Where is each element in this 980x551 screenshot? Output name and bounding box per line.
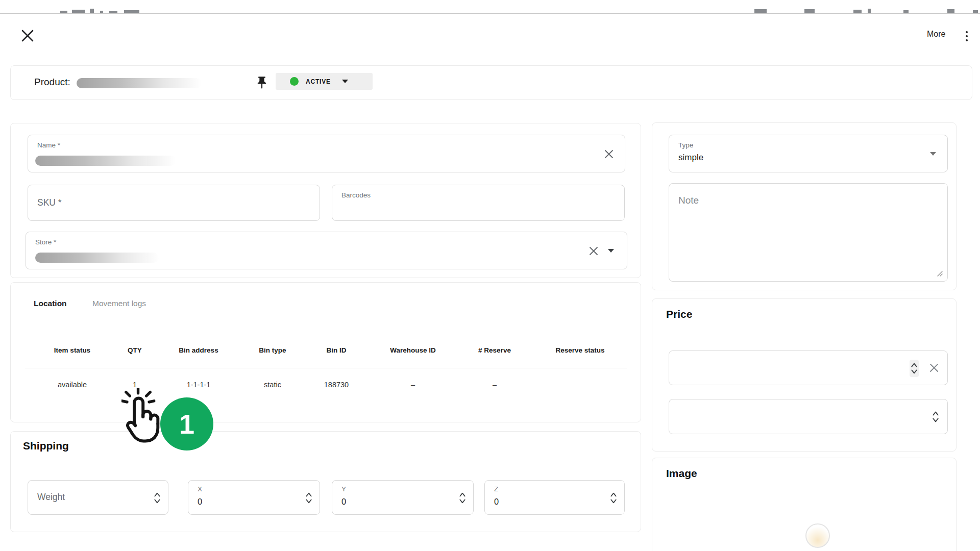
type-value: simple: [678, 153, 703, 163]
cell-warehouse-id: –: [372, 381, 454, 389]
price-heading: Price: [666, 308, 692, 320]
dim-y-value: 0: [341, 497, 346, 507]
dim-y-input[interactable]: Y 0: [332, 480, 474, 515]
product-name-redacted: [77, 78, 202, 88]
dim-z-label: Z: [494, 485, 498, 493]
col-bin-id: Bin ID: [301, 346, 372, 354]
sku-field[interactable]: SKU *: [28, 185, 320, 221]
note-placeholder: Note: [678, 195, 699, 206]
dim-z-stepper-icon[interactable]: [610, 491, 617, 505]
status-label: ACTIVE: [306, 78, 331, 85]
tab-movement-logs[interactable]: Movement logs: [92, 299, 146, 308]
background-page-edge: [0, 0, 980, 14]
status-dot-icon: [290, 77, 299, 86]
price-input-2[interactable]: [669, 399, 948, 434]
type-select[interactable]: Type simple: [669, 135, 948, 172]
image-heading: Image: [666, 467, 697, 480]
dim-y-label: Y: [341, 485, 346, 493]
dim-x-label: X: [198, 485, 202, 493]
tap-hand-icon: [121, 388, 161, 445]
chevron-down-icon: [342, 80, 348, 83]
store-clear-icon[interactable]: [587, 245, 600, 257]
details-card: Name * SKU * Barcodes Store *: [10, 123, 641, 278]
weight-input[interactable]: Weight: [28, 480, 168, 515]
col-bin-address: Bin address: [153, 346, 244, 354]
weight-stepper-icon[interactable]: [154, 491, 161, 505]
table-row[interactable]: available 1 1-1-1-1 static 188730 – –: [28, 381, 625, 389]
store-field[interactable]: Store *: [26, 232, 627, 269]
image-placeholder-icon: [805, 523, 830, 548]
more-button[interactable]: More: [927, 30, 945, 39]
shipping-card: Shipping Weight X 0 Y 0 Z 0: [10, 431, 641, 532]
click-step-badge: 1: [160, 397, 213, 450]
image-card: Image: [652, 458, 957, 551]
table-divider: [25, 368, 627, 368]
cell-item-status: available: [28, 381, 117, 389]
cell-reserve-status: [535, 381, 625, 389]
dim-x-stepper-icon[interactable]: [305, 491, 312, 505]
col-reserve-count: # Reserve: [454, 346, 535, 354]
pin-icon[interactable]: [255, 76, 269, 90]
dim-x-value: 0: [198, 497, 202, 507]
dim-z-value: 0: [494, 497, 499, 507]
cell-bin-id: 188730: [301, 381, 372, 389]
shipping-heading: Shipping: [23, 440, 69, 452]
col-warehouse-id: Warehouse ID: [372, 346, 454, 354]
tab-location[interactable]: Location: [34, 299, 67, 308]
dim-z-input[interactable]: Z 0: [484, 480, 625, 515]
cell-bin-type: static: [244, 381, 301, 389]
kebab-menu-icon[interactable]: [962, 30, 972, 43]
col-bin-type: Bin type: [244, 346, 301, 354]
name-value-redacted: [35, 156, 176, 166]
type-label: Type: [678, 141, 693, 149]
store-label: Store *: [35, 238, 56, 246]
cell-reserve-count: –: [454, 381, 535, 389]
barcodes-field[interactable]: Barcodes: [332, 185, 625, 221]
price-1-clear-icon[interactable]: [928, 362, 940, 374]
store-value-redacted: [35, 253, 159, 263]
resize-handle-icon[interactable]: [935, 269, 943, 277]
product-label: Product:: [34, 77, 70, 88]
name-field[interactable]: Name *: [28, 135, 625, 172]
type-note-card: Type simple Note: [652, 122, 957, 290]
type-chevron-down-icon: [930, 152, 936, 156]
sku-placeholder: SKU *: [37, 197, 62, 208]
col-reserve-status: Reserve status: [535, 346, 625, 354]
price-input-1[interactable]: [669, 350, 948, 385]
status-dropdown[interactable]: ACTIVE: [276, 73, 373, 90]
price-1-stepper-icon[interactable]: [910, 360, 919, 377]
click-step-number: 1: [179, 408, 194, 440]
name-clear-icon[interactable]: [603, 148, 615, 160]
name-label: Name *: [37, 141, 60, 149]
col-qty: QTY: [117, 346, 153, 354]
location-card: Location Movement logs Item status QTY B…: [10, 282, 641, 422]
col-item-status: Item status: [28, 346, 117, 354]
price-card: Price: [652, 298, 957, 452]
close-icon[interactable]: [19, 28, 36, 44]
note-textarea[interactable]: Note: [669, 183, 948, 282]
product-bar: Product: ACTIVE: [10, 65, 972, 100]
store-chevron-down-icon[interactable]: [608, 249, 614, 253]
price-2-stepper-icon[interactable]: [932, 410, 939, 423]
weight-placeholder: Weight: [37, 492, 65, 503]
dim-y-stepper-icon[interactable]: [459, 491, 466, 505]
location-table-header: Item status QTY Bin address Bin type Bin…: [28, 346, 625, 354]
barcodes-label: Barcodes: [341, 191, 371, 199]
dim-x-input[interactable]: X 0: [188, 480, 320, 515]
cell-bin-address: 1-1-1-1: [153, 381, 244, 389]
